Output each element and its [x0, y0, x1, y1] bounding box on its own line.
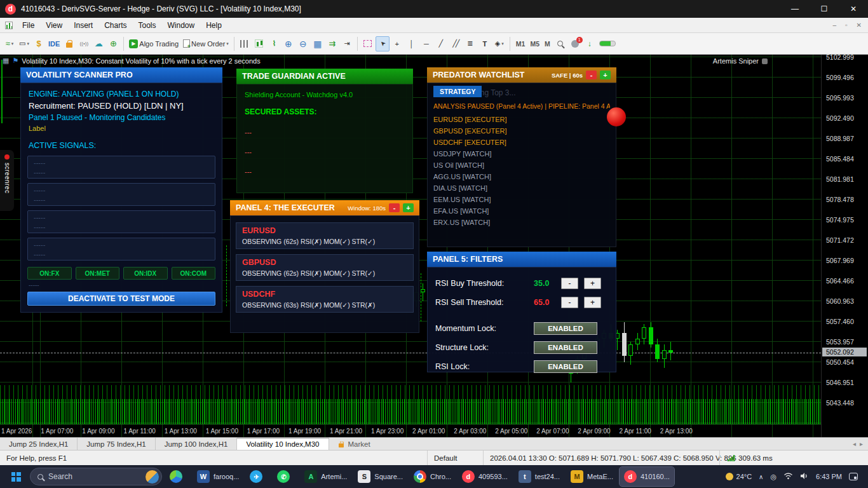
chart-shift-button[interactable]: ⇥	[340, 36, 354, 51]
child-minimize-button[interactable]: –	[833, 22, 837, 29]
taskbar-app[interactable]: ✈	[245, 467, 271, 486]
timeframe-button[interactable]: M5	[527, 40, 542, 48]
vertical-line-tool[interactable]: │	[405, 36, 419, 51]
lock-toggle-button[interactable]: ENABLED	[534, 360, 597, 373]
timeframe-button[interactable]: M1	[513, 40, 528, 48]
market-watch-tool[interactable]: $	[32, 36, 46, 51]
wifi-icon[interactable]	[783, 472, 793, 481]
menu-item[interactable]: Insert	[68, 18, 98, 32]
taskbar-app[interactable]: A Artemi...	[300, 467, 351, 486]
tile-windows-button[interactable]: ▦	[311, 36, 325, 51]
taskbar-app[interactable]: Chro...	[409, 467, 456, 486]
line-style-tool[interactable]: ≈▾	[3, 36, 17, 51]
menu-item[interactable]: Window	[162, 18, 201, 32]
select-region-tool[interactable]	[361, 36, 375, 51]
cloud-tool[interactable]: ☁	[92, 36, 105, 51]
lock-tool[interactable]	[62, 36, 76, 51]
taskbar-app[interactable]: t test24...	[514, 467, 564, 486]
price-scale[interactable]: 5102.9995099.4965095.9935092.4905088.987…	[821, 55, 868, 437]
signal-bars-icon	[728, 455, 735, 461]
new-order-button[interactable]: New Order▾	[181, 36, 231, 51]
signal-tool[interactable]: ((•))	[77, 36, 91, 51]
rsi-buy-decrease-button[interactable]: -	[561, 278, 578, 289]
location-icon[interactable]: ◎	[770, 473, 776, 481]
watchlist-item: ERX.US [WATCH]	[433, 217, 610, 228]
search-input[interactable]: Search	[30, 468, 162, 485]
chart-tab[interactable]: Volatility 10 Index,M30	[237, 438, 329, 450]
notifications-button[interactable]: 1	[568, 36, 582, 51]
minimize-button[interactable]: —	[780, 0, 810, 18]
menu-item[interactable]: File	[17, 18, 40, 32]
bar-chart-type-button[interactable]	[238, 36, 252, 51]
menu-item[interactable]: View	[40, 18, 68, 32]
chart-tab[interactable]: Jump 25 Index,H1	[0, 438, 78, 450]
tab-scroll-right-button[interactable]: ▸	[860, 440, 863, 447]
maximize-button[interactable]: ☐	[810, 0, 839, 18]
timeframe-button[interactable]: M	[542, 40, 553, 48]
taskbar-app[interactable]: S Square...	[353, 467, 407, 486]
market-toggle-button[interactable]: ON:IDX	[123, 267, 168, 280]
start-button[interactable]	[5, 467, 27, 486]
community-tool[interactable]: ⊕	[106, 36, 120, 51]
deactivate-test-mode-button[interactable]: DEACTIVATE TO TEST MODE	[27, 292, 215, 306]
profile-selector[interactable]: Default	[427, 451, 483, 465]
market-toggle-button[interactable]: ON:FX	[27, 267, 72, 280]
channel-tool[interactable]: ╱╱	[449, 36, 463, 51]
chart-tab[interactable]: Jump 100 Index,H1	[156, 438, 238, 450]
filters-body: RSI Buy Threshold: 35.0 - + RSI Sell Thr…	[427, 267, 616, 372]
menu-item[interactable]: Charts	[98, 18, 132, 32]
fibonacci-tool[interactable]: ≣	[463, 36, 477, 51]
text-tool[interactable]: T	[478, 36, 492, 51]
ide-button[interactable]: IDE	[46, 36, 62, 51]
rsi-buy-increase-button[interactable]: +	[584, 278, 601, 289]
connection-status[interactable]: 309.63 ms	[719, 451, 802, 465]
child-restore-button[interactable]: ▫	[845, 22, 848, 29]
lock-toggle-button[interactable]: ENABLED	[534, 341, 597, 354]
app-label: Chro...	[430, 473, 451, 480]
strategy-button[interactable]: STRATEGY	[433, 86, 482, 97]
notification-center-icon[interactable]	[849, 473, 858, 480]
clock-label[interactable]: 6:43 PM	[816, 473, 842, 480]
market-toggle-button[interactable]: ON:MET	[76, 267, 120, 280]
taskbar-app[interactable]: ✆	[273, 467, 298, 486]
shapes-tool[interactable]: ◈▾	[492, 36, 506, 51]
zoom-out-button[interactable]: ⊖	[296, 36, 310, 51]
candle-chart-type-button[interactable]	[252, 36, 266, 51]
chart-tab[interactable]: Jump 75 Index,H1	[78, 438, 155, 450]
screenrec-widget[interactable]: screenrec	[0, 150, 14, 211]
executer-increase-button[interactable]: +	[403, 203, 414, 212]
menu-item[interactable]: Help	[200, 18, 227, 32]
taskbar-app[interactable]: d 409593...	[458, 467, 512, 486]
taskbar-app[interactable]: d 410160...	[620, 467, 674, 486]
horizontal-line-tool[interactable]: ─	[419, 36, 433, 51]
search-placeholder: Search	[48, 472, 72, 481]
child-close-button[interactable]: ✕	[857, 22, 862, 29]
crosshair-tool[interactable]: +	[390, 36, 404, 51]
market-toggle-button[interactable]: ON:COM	[172, 267, 216, 280]
taskbar-app[interactable]	[165, 467, 191, 486]
line-chart-type-button[interactable]: ⌇	[267, 36, 281, 51]
tab-scroll-left-button[interactable]: ◂	[853, 440, 856, 447]
market-tab[interactable]: Market	[338, 440, 370, 448]
close-button[interactable]: ✕	[839, 0, 868, 18]
search-tool[interactable]	[553, 36, 567, 51]
taskbar-app[interactable]: M MetaE...	[566, 467, 618, 486]
rsi-sell-increase-button[interactable]: +	[584, 297, 601, 308]
rsi-sell-decrease-button[interactable]: -	[561, 297, 578, 308]
watchlist-decrease-button[interactable]: -	[586, 71, 597, 79]
cursor-tool[interactable]: ➤	[376, 36, 390, 51]
watchlist-increase-button[interactable]: +	[600, 71, 611, 79]
executer-decrease-button[interactable]: -	[389, 203, 400, 212]
algo-trading-toggle[interactable]: ▶Algo Trading	[127, 36, 180, 51]
lock-toggle-button[interactable]: ENABLED	[534, 322, 597, 335]
weather-status[interactable]: 24°C	[726, 473, 752, 480]
tray-overflow-chevron[interactable]: ∧	[759, 473, 763, 480]
zoom-in-button[interactable]: ⊕	[281, 36, 295, 51]
taskbar-app[interactable]: W farooq...	[193, 467, 243, 486]
download-button[interactable]: ↓	[583, 36, 597, 51]
volume-icon[interactable]	[800, 472, 809, 481]
trendline-tool[interactable]: ╱	[434, 36, 448, 51]
auto-scroll-button[interactable]: ⇉	[325, 36, 339, 51]
window-template-tool[interactable]: ▭▾	[17, 36, 31, 51]
menu-item[interactable]: Tools	[133, 18, 162, 32]
